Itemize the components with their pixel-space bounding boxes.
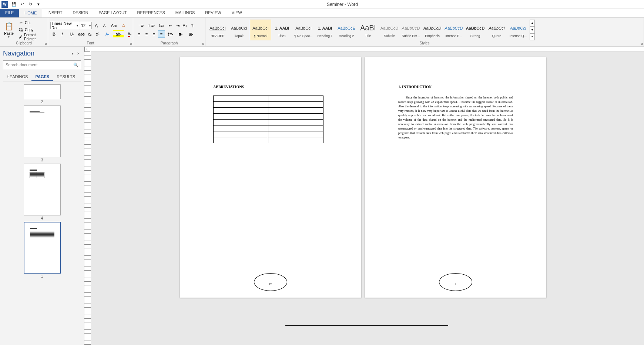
superscript-button[interactable]: x² — [94, 30, 101, 38]
subscript-button[interactable]: x₂ — [86, 30, 93, 38]
nav-dropdown-icon[interactable]: ▾ — [70, 51, 75, 56]
cut-button[interactable]: ✂Cut — [17, 20, 46, 26]
redo-icon[interactable]: ↻ — [27, 1, 34, 8]
style-preview: AaBbCcD — [402, 22, 420, 34]
paragraph-dialog-launcher[interactable]: ⧉ — [202, 42, 204, 46]
tab-insert[interactable]: INSERT — [42, 9, 67, 17]
page-thumbnail[interactable] — [24, 164, 61, 215]
style-item[interactable]: AaBbCcIHEADER — [207, 20, 228, 40]
style-preview: AaBbCcI — [252, 22, 268, 34]
clear-formatting-button[interactable]: A̷ — [120, 22, 127, 29]
strikethrough-button[interactable]: abc — [78, 30, 85, 38]
tab-references[interactable]: REFERENCES — [132, 9, 170, 17]
nav-tab-pages[interactable]: PAGES — [31, 73, 53, 81]
font-size-combo[interactable]: 12▾ — [80, 22, 92, 29]
numbering-button[interactable]: ⒈≡▾ — [146, 22, 156, 29]
style-item[interactable]: AaBbCcDEmphasis — [422, 20, 443, 40]
annotation-ellipse — [439, 273, 472, 291]
vertical-ruler[interactable]: L — [84, 47, 91, 345]
clipboard-dialog-launcher[interactable]: ⧉ — [45, 42, 47, 46]
style-preview: AaBbCcI — [489, 22, 504, 34]
style-preview: 1. AABI — [275, 22, 289, 34]
styles-dialog-launcher[interactable]: ⧉ — [641, 42, 643, 46]
search-icon[interactable]: 🔍▾ — [72, 61, 81, 69]
style-item[interactable]: 1. AABITitle1 — [271, 20, 293, 40]
styles-scroll-down[interactable]: ▼ — [530, 26, 535, 33]
undo-icon[interactable]: ↶ — [19, 1, 26, 8]
tab-file[interactable]: FILE — [0, 9, 19, 17]
nav-close-icon[interactable]: ✕ — [76, 51, 81, 56]
style-item[interactable]: 1. AABIHeading 1 — [314, 20, 336, 40]
tab-page-layout[interactable]: PAGE LAYOUT — [94, 9, 132, 17]
align-right-button[interactable]: ≡ — [150, 30, 158, 38]
decrease-indent-button[interactable]: ⇤ — [167, 22, 174, 29]
page-thumbnail[interactable] — [24, 84, 61, 99]
page-thumbnail[interactable] — [24, 105, 61, 157]
style-item[interactable]: AaBbCcEHeading 2 — [336, 20, 357, 40]
format-painter-label: Format Painter — [24, 33, 45, 41]
style-preview: 1. AABI — [318, 22, 332, 34]
shading-button[interactable]: ◙▾ — [175, 30, 186, 38]
abbreviations-table[interactable] — [213, 96, 323, 143]
line-spacing-button[interactable]: ‡≡▾ — [165, 30, 175, 38]
paste-button[interactable]: 📋 Paste ▾ — [1, 19, 16, 41]
style-item[interactable]: AaBbCcIQuote — [486, 20, 507, 40]
style-item[interactable]: AaBbCcIIntense Q... — [507, 20, 529, 40]
style-item[interactable]: AaBbCcIkapak — [228, 20, 250, 40]
style-item[interactable]: AaBbCcDSubtitle — [379, 20, 400, 40]
style-preview: AaBl — [360, 22, 376, 34]
word-icon: W — [1, 1, 8, 8]
style-item[interactable]: AaBbCcDSubtle Em... — [400, 20, 422, 40]
italic-button[interactable]: I — [58, 30, 66, 38]
grow-font-button[interactable]: A — [93, 22, 100, 29]
horizontal-ruler[interactable] — [91, 47, 644, 52]
underline-button[interactable]: U▾ — [67, 30, 77, 38]
tab-view[interactable]: VIEW — [227, 9, 247, 17]
page-thumbnail[interactable] — [24, 222, 61, 274]
style-name: Intense E... — [445, 34, 462, 38]
align-center-button[interactable]: ≡ — [143, 30, 150, 38]
styles-scroll-up[interactable]: ▲ — [530, 20, 535, 27]
page-right[interactable]: 1. INTRODUCTION Since the invention of I… — [365, 57, 546, 298]
copy-button[interactable]: ⿻Copy — [17, 27, 46, 33]
increase-indent-button[interactable]: ⇥ — [174, 22, 181, 29]
format-painter-button[interactable]: 🖌Format Painter — [17, 34, 46, 40]
tab-review[interactable]: REVIEW — [200, 9, 226, 17]
styles-group-label: Styles — [207, 41, 642, 46]
tab-design[interactable]: DESIGN — [67, 9, 93, 17]
thumbnail-number: 4 — [41, 216, 43, 220]
page-left[interactable]: ABBREVIATIONS IV — [180, 57, 361, 298]
bold-button[interactable]: B — [50, 30, 58, 38]
font-name-value: Times New Ro — [51, 21, 77, 30]
tab-mailings[interactable]: MAILINGS — [170, 9, 200, 17]
tab-home[interactable]: HOME — [19, 9, 42, 17]
qat-customize-icon[interactable]: ▾ — [35, 1, 42, 8]
style-item[interactable]: AaBbCcDStrong — [464, 20, 486, 40]
style-item[interactable]: AaBbCcI¶ Normal — [250, 20, 271, 40]
font-name-combo[interactable]: Times New Ro▾ — [50, 22, 79, 29]
document-scroll[interactable]: ABBREVIATIONS IV 1. INTRODUCTION Since t… — [91, 47, 644, 345]
bullets-button[interactable]: ⋮≡▾ — [135, 22, 146, 29]
shrink-font-button[interactable]: A — [101, 22, 108, 29]
change-case-button[interactable]: Aa▾ — [109, 22, 119, 29]
multilevel-list-button[interactable]: ⁝≡▾ — [156, 22, 167, 29]
style-item[interactable]: AaBlTitle — [357, 20, 379, 40]
font-dialog-launcher[interactable]: ⧉ — [130, 42, 132, 46]
styles-more[interactable]: ▾ — [530, 33, 535, 40]
nav-tab-headings[interactable]: HEADINGS — [3, 73, 31, 81]
tab-selector[interactable]: L — [84, 47, 90, 52]
show-hide-button[interactable]: ¶ — [189, 22, 196, 29]
highlight-button[interactable]: ab▾ — [113, 30, 124, 38]
style-item[interactable]: AaBbCcDIntense E... — [443, 20, 464, 40]
search-input[interactable] — [3, 61, 72, 69]
style-item[interactable]: AaBbCcI¶ No Spac... — [293, 20, 314, 40]
align-left-button[interactable]: ≡ — [135, 30, 143, 38]
save-icon[interactable]: 💾 — [10, 1, 18, 8]
main-area: Navigation ▾ ✕ 🔍▾ HEADINGS PAGES RESULTS… — [0, 47, 644, 345]
text-effects-button[interactable]: A▾ — [102, 30, 113, 38]
ribbon-tabs: FILE HOME INSERT DESIGN PAGE LAYOUT REFE… — [0, 9, 644, 18]
nav-tab-results[interactable]: RESULTS — [53, 73, 79, 81]
justify-button[interactable]: ≡ — [158, 30, 165, 38]
sort-button[interactable]: A↓ — [181, 22, 189, 29]
borders-button[interactable]: ⊞▾ — [186, 30, 196, 38]
